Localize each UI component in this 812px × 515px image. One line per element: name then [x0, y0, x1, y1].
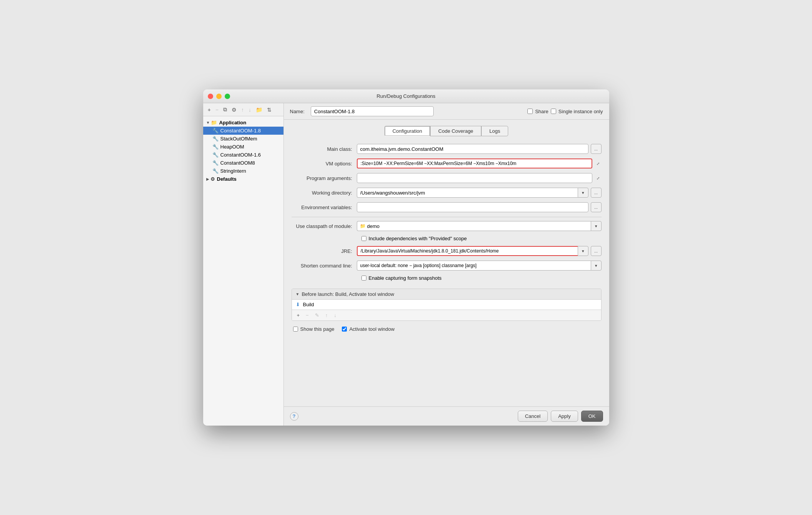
build-down-button[interactable]: ↓ [332, 312, 338, 319]
maximize-button[interactable] [225, 94, 230, 99]
classpath-dropdown-button[interactable]: ▾ [591, 221, 602, 231]
jre-input[interactable] [357, 246, 578, 256]
build-item: ⬇ Build [292, 300, 601, 310]
vm-options-row: VM options: ⤢ [292, 158, 602, 168]
build-up-button[interactable]: ↑ [323, 312, 330, 319]
config-content: Configuration Code Coverage Logs Main cl… [284, 120, 609, 406]
close-button[interactable] [208, 94, 213, 99]
build-toolbar: + − ✎ ↑ ↓ [292, 310, 601, 320]
tree-item-heapoom[interactable]: 🔧 HeapOOM [203, 143, 283, 151]
copy-config-button[interactable]: ⧉ [222, 106, 229, 114]
before-launch-header[interactable]: ▼ Before launch: Build, Activate tool wi… [292, 289, 601, 300]
tree-item-stringintern[interactable]: 🔧 StringIntern [203, 167, 283, 175]
shorten-cmd-field: ▾ [357, 261, 602, 271]
separator-1 [292, 217, 602, 217]
tab-code-coverage[interactable]: Code Coverage [430, 126, 481, 136]
before-launch-label: Before launch: Build, Activate tool wind… [302, 291, 394, 297]
working-dir-dropdown-button[interactable]: ▾ [578, 188, 588, 198]
enable-snapshots-checkbox[interactable] [361, 276, 366, 281]
working-dir-input[interactable] [357, 188, 578, 198]
shorten-cmd-label: Shorten command line: [292, 263, 357, 269]
before-launch-chevron-icon: ▼ [296, 292, 300, 296]
run-config-icon: 🔧 [212, 144, 219, 150]
tree-item-stackoutofmem[interactable]: 🔧 StackOutOfMem [203, 135, 283, 143]
vm-options-field: ⤢ [357, 158, 602, 168]
show-page-checkbox[interactable] [293, 327, 298, 332]
run-config-icon: 🔧 [212, 136, 219, 142]
jre-dropdown-button[interactable]: ▾ [578, 246, 588, 256]
build-remove-button[interactable]: − [304, 312, 311, 319]
sort-button[interactable]: ⇅ [265, 106, 273, 114]
build-edit-button[interactable]: ✎ [313, 312, 321, 319]
env-vars-field: ... [357, 202, 602, 212]
single-instance-label: Single instance only [558, 109, 603, 114]
config-tree: ▼ 📁 Application 🔧 ConstantOOM-1.8 🔧 Stac… [203, 116, 283, 426]
tree-item-label: Defaults [217, 176, 237, 182]
window-body: + − ⧉ ⚙ ↑ ↓ 📁 ⇅ ▼ 📁 Application 🔧 [203, 103, 609, 426]
application-group-icon: 📁 [211, 120, 217, 125]
vm-options-input[interactable] [357, 158, 592, 168]
main-class-input[interactable] [357, 144, 588, 154]
move-up-button[interactable]: ↑ [240, 106, 245, 114]
working-dir-row: Working directory: ▾ ... [292, 188, 602, 198]
single-instance-checkbox[interactable] [551, 109, 556, 114]
tree-item-constantoom8[interactable]: 🔧 ConstantOOM8 [203, 159, 283, 167]
program-args-input[interactable] [357, 173, 592, 183]
build-label: Build [303, 302, 314, 307]
include-deps-checkbox[interactable] [361, 236, 366, 241]
move-down-button[interactable]: ↓ [247, 106, 253, 114]
module-with-dropdown: ▾ [357, 221, 602, 231]
module-wrapper: 📁 ▾ [357, 221, 602, 231]
ok-button[interactable]: OK [581, 411, 603, 422]
tree-item-defaults[interactable]: ▶ ⚙ Defaults [203, 175, 283, 183]
working-dir-with-dropdown: ▾ [357, 188, 588, 198]
env-vars-row: Environment variables: ... [292, 202, 602, 212]
main-class-browse-button[interactable]: ... [591, 144, 602, 154]
tree-item-label: StringIntern [220, 168, 246, 174]
run-config-icon: 🔧 [212, 160, 219, 166]
jre-browse-button[interactable]: ... [591, 246, 602, 256]
chevron-down-icon: ▼ [206, 120, 210, 125]
help-button[interactable]: ? [290, 412, 298, 421]
tree-item-application[interactable]: ▼ 📁 Application [203, 119, 283, 127]
tree-item-constantoom16[interactable]: 🔧 ConstantOOM-1.6 [203, 151, 283, 159]
program-args-label: Program arguments: [292, 175, 357, 181]
main-class-row: Main class: ... [292, 144, 602, 154]
config-name-input[interactable] [311, 106, 434, 116]
before-launch-section: ▼ Before launch: Build, Activate tool wi… [292, 289, 602, 321]
env-vars-input[interactable] [357, 202, 588, 212]
main-class-field: ... [357, 144, 602, 154]
folder-button[interactable]: 📁 [254, 106, 264, 114]
tree-item-constantoom18[interactable]: 🔧 ConstantOOM-1.8 [203, 127, 283, 135]
shorten-cmd-input[interactable] [357, 261, 591, 271]
vm-options-expand-icon[interactable]: ⤢ [595, 160, 602, 167]
tab-logs[interactable]: Logs [481, 126, 508, 136]
working-dir-browse-button[interactable]: ... [591, 188, 602, 198]
apply-button[interactable]: Apply [551, 411, 578, 422]
enable-snapshots-label: Enable capturing form snapshots [369, 275, 442, 281]
tab-configuration[interactable]: Configuration [384, 126, 430, 136]
share-group: Share Single instance only [527, 109, 603, 114]
share-label: Share [535, 109, 549, 114]
minimize-button[interactable] [216, 94, 222, 99]
shorten-cmd-dropdown-button[interactable]: ▾ [591, 261, 602, 271]
footer-left: ? [290, 412, 298, 421]
window-title: Run/Debug Configurations [376, 93, 435, 99]
cancel-button[interactable]: Cancel [518, 411, 548, 422]
env-vars-browse-button[interactable]: ... [591, 202, 602, 212]
right-panel: Name: Share Single instance only Configu… [284, 103, 609, 426]
share-checkbox[interactable] [527, 109, 533, 114]
classpath-input[interactable] [357, 221, 591, 231]
env-vars-label: Environment variables: [292, 205, 357, 210]
program-args-expand-icon[interactable]: ⤢ [595, 175, 602, 182]
add-config-button[interactable]: + [206, 106, 212, 114]
activate-window-checkbox[interactable] [342, 327, 347, 332]
shorten-cmd-row: Shorten command line: ▾ [292, 261, 602, 271]
tree-item-label: ConstantOOM-1.6 [220, 152, 261, 158]
tree-item-label: Application [219, 120, 246, 125]
remove-config-button[interactable]: − [214, 106, 220, 114]
settings-button[interactable]: ⚙ [230, 106, 238, 114]
include-deps-row: Include dependencies with "Provided" sco… [292, 236, 602, 241]
build-add-button[interactable]: + [295, 312, 302, 319]
config-tabs: Configuration Code Coverage Logs [292, 126, 602, 136]
